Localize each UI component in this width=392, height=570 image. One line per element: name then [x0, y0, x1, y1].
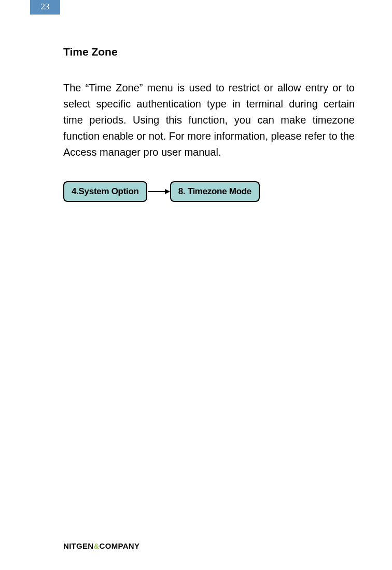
arrow-icon: [147, 186, 170, 197]
content-area: Time Zone The “Time Zone” menu is used t…: [63, 46, 355, 202]
footer-ampersand: &: [93, 541, 99, 550]
menu-path-diagram: 4.System Option 8. Timezone Mode: [63, 181, 355, 202]
footer-brand: NITGEN&COMPANY: [63, 541, 139, 550]
svg-marker-1: [165, 189, 170, 194]
page-number: 23: [30, 0, 60, 15]
footer-part2: COMPANY: [100, 541, 140, 550]
section-heading: Time Zone: [63, 46, 355, 58]
menu-box-system-option: 4.System Option: [63, 181, 147, 202]
section-paragraph: The “Time Zone” menu is used to restrict…: [63, 80, 355, 160]
footer-part1: NITGEN: [63, 541, 93, 550]
menu-box-timezone-mode: 8. Timezone Mode: [170, 181, 260, 202]
